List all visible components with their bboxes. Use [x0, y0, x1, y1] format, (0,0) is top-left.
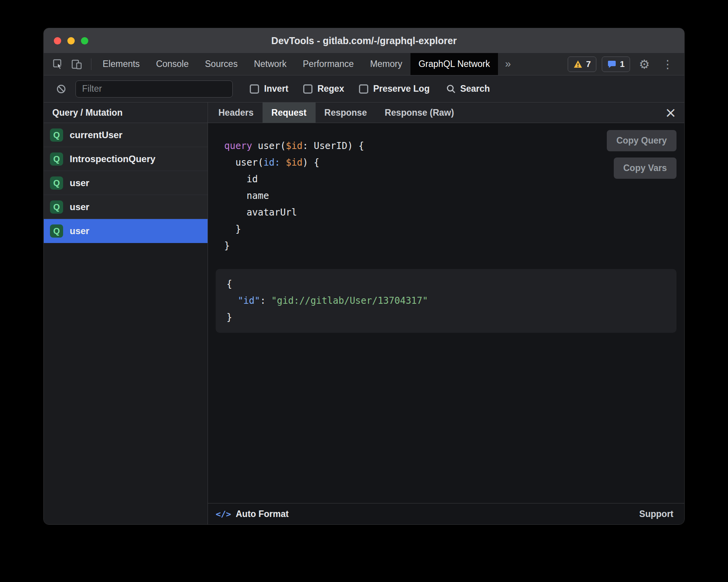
titlebar: DevTools - gitlab.com/-/graphql-explorer — [44, 28, 684, 53]
search-icon — [446, 84, 456, 94]
request-list-header: Query / Mutation — [44, 103, 208, 123]
issues-badge[interactable]: 1 — [602, 56, 630, 72]
checkbox-label: Preserve Log — [373, 84, 430, 94]
query-type-icon: Q — [50, 200, 63, 214]
query-type-icon: Q — [50, 152, 63, 166]
code-line: } — [224, 238, 676, 254]
checkbox-regex[interactable]: Regex — [303, 84, 344, 94]
warnings-badge[interactable]: 7 — [568, 56, 596, 72]
clear-filter-button[interactable] — [52, 80, 70, 98]
code-line: name — [224, 188, 676, 204]
checkbox-box[interactable] — [359, 84, 368, 94]
toolbar-left-icons — [44, 53, 88, 75]
checkbox-invert[interactable]: Invert — [250, 84, 288, 94]
query-variables-code: { "id": "gid://gitlab/User/13704317"} — [227, 276, 666, 326]
query-type-icon: Q — [50, 128, 63, 142]
detail-tabs-list: HeadersRequestResponseResponse (Raw) — [209, 103, 463, 123]
gear-icon: ⚙ — [639, 57, 650, 71]
toolbar-right: 7 1 ⚙ ⋮ — [568, 53, 685, 75]
request-name: user — [70, 202, 89, 212]
tab-network[interactable]: Network — [246, 53, 295, 75]
minimize-window-button[interactable] — [67, 37, 75, 45]
code-line: } — [224, 221, 676, 238]
copy-query-button[interactable]: Copy Query — [607, 130, 676, 151]
device-toolbar-icon — [71, 58, 82, 70]
query-variables-box: { "id": "gid://gitlab/User/13704317"} — [216, 269, 676, 333]
request-list-item[interactable]: Quser — [44, 171, 208, 195]
code-line: "id": "gid://gitlab/User/13704317" — [227, 293, 666, 309]
kebab-menu-icon: ⋮ — [662, 58, 673, 71]
filter-checkboxes: InvertRegexPreserve Log — [250, 84, 429, 94]
detail-tab-request[interactable]: Request — [263, 103, 316, 123]
traffic-lights — [54, 37, 88, 45]
warning-count: 7 — [586, 59, 591, 69]
copy-buttons: Copy Query Copy Vars — [607, 130, 676, 179]
filter-input[interactable] — [76, 80, 233, 98]
request-name: user — [70, 178, 89, 188]
auto-format-button[interactable]: </> Auto Format — [216, 509, 288, 519]
detail-tabs: HeadersRequestResponseResponse (Raw) × — [208, 103, 684, 123]
request-detail-pane: HeadersRequestResponseResponse (Raw) × q… — [208, 103, 684, 524]
detail-tab-headers[interactable]: Headers — [209, 103, 263, 123]
tab-elements[interactable]: Elements — [94, 53, 148, 75]
tab-performance[interactable]: Performance — [295, 53, 362, 75]
code-line: avatarUrl — [224, 204, 676, 221]
detail-tab-response[interactable]: Response — [316, 103, 376, 123]
search-label: Search — [460, 84, 490, 94]
more-options-button[interactable]: ⋮ — [659, 56, 676, 73]
request-name: user — [70, 226, 89, 236]
code-line: } — [227, 309, 666, 326]
request-list-item[interactable]: Quser — [44, 195, 208, 219]
devtools-toolbar: ElementsConsoleSourcesNetworkPerformance… — [44, 53, 684, 75]
more-panels-button[interactable]: » — [498, 53, 518, 75]
checkbox-label: Regex — [318, 84, 344, 94]
block-icon — [56, 84, 67, 94]
message-bubble-icon — [607, 60, 616, 69]
request-name: IntrospectionQuery — [70, 154, 155, 164]
request-list-item[interactable]: QcurrentUser — [44, 123, 208, 147]
issue-count: 1 — [620, 59, 625, 69]
close-detail-button[interactable]: × — [665, 106, 676, 120]
inspect-element-button[interactable] — [49, 56, 67, 73]
checkbox-box[interactable] — [250, 84, 259, 94]
checkbox-box[interactable] — [303, 84, 312, 94]
close-window-button[interactable] — [54, 37, 61, 45]
query-type-icon: Q — [50, 176, 63, 190]
copy-vars-button[interactable]: Copy Vars — [614, 157, 677, 179]
filter-bar: InvertRegexPreserve Log Search — [44, 75, 684, 103]
panel-tabs: ElementsConsoleSourcesNetworkPerformance… — [94, 53, 498, 75]
query-type-icon: Q — [50, 224, 63, 238]
tab-memory[interactable]: Memory — [362, 53, 410, 75]
tab-sources[interactable]: Sources — [197, 53, 246, 75]
support-link[interactable]: Support — [639, 509, 673, 519]
request-tab-content: query user($id: UserID) { user(id: $id) … — [208, 123, 684, 503]
detail-footer: </> Auto Format Support — [208, 503, 684, 524]
inspect-cursor-icon — [52, 58, 64, 70]
settings-button[interactable]: ⚙ — [635, 56, 653, 73]
devtools-window: DevTools - gitlab.com/-/graphql-explorer… — [43, 28, 685, 525]
device-toolbar-button[interactable] — [68, 56, 86, 73]
detail-tab-response-raw[interactable]: Response (Raw) — [376, 103, 463, 123]
request-list-item[interactable]: Quser — [44, 219, 208, 243]
code-line: { — [227, 276, 666, 293]
window-title: DevTools - gitlab.com/-/graphql-explorer — [44, 35, 684, 46]
checkbox-label: Invert — [264, 84, 288, 94]
tab-console[interactable]: Console — [148, 53, 197, 75]
search-button[interactable]: Search — [446, 84, 490, 94]
request-list: QcurrentUserQIntrospectionQueryQuserQuse… — [44, 123, 208, 243]
request-name: currentUser — [70, 130, 122, 140]
main-split: Query / Mutation QcurrentUserQIntrospect… — [44, 103, 684, 524]
auto-format-label: Auto Format — [236, 509, 289, 519]
toolbar-separator — [91, 58, 91, 70]
zoom-window-button[interactable] — [81, 37, 88, 45]
request-list-item[interactable]: QIntrospectionQuery — [44, 147, 208, 171]
code-format-icon: </> — [216, 509, 231, 519]
tab-graphql-network[interactable]: GraphQL Network — [410, 53, 498, 75]
checkbox-preserve-log[interactable]: Preserve Log — [359, 84, 430, 94]
request-list-pane: Query / Mutation QcurrentUserQIntrospect… — [44, 103, 208, 524]
warning-icon — [573, 59, 583, 69]
